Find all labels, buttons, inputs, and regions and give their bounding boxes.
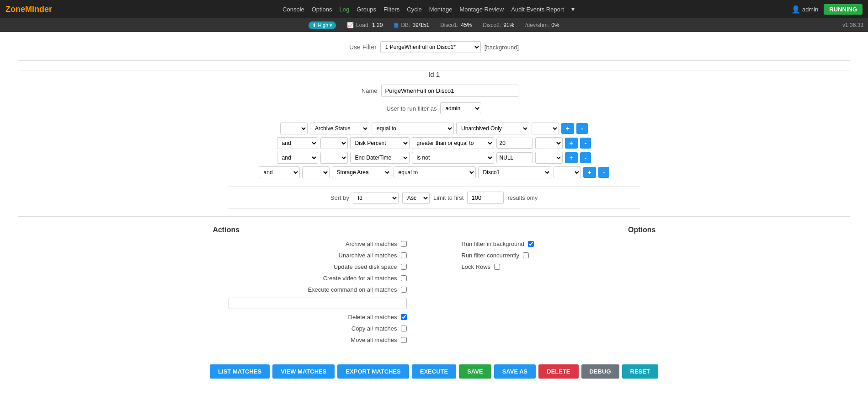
nav-log[interactable]: Log bbox=[340, 6, 350, 13]
account-icon: 👤 bbox=[791, 5, 800, 14]
save-as-button[interactable]: SAVE AS bbox=[494, 364, 536, 379]
cond1-value-select[interactable]: Unarchived Only bbox=[456, 123, 529, 134]
name-row: Name bbox=[229, 85, 640, 97]
cond2-value-input[interactable] bbox=[496, 138, 533, 149]
cond1-op[interactable]: equal to bbox=[372, 123, 454, 134]
cond2-op[interactable]: greater than or equal to bbox=[412, 137, 494, 149]
use-filter-row: Use Filter 1 PurgeWhenFull on Disco1* [b… bbox=[18, 41, 850, 61]
update-disk-label: Update used disk space bbox=[334, 263, 397, 270]
admin-user[interactable]: 👤 admin bbox=[791, 5, 818, 14]
archive-row: Archive all matches bbox=[18, 240, 434, 247]
topnav: ZoneMinder Console Options Log Groups Fi… bbox=[0, 0, 868, 18]
cond3-add-button[interactable]: + bbox=[565, 152, 578, 163]
bottom-buttons: LIST MATCHES VIEW MATCHES EXPORT MATCHES… bbox=[18, 357, 850, 386]
nav-more-icon[interactable]: ▾ bbox=[571, 5, 575, 13]
cond3-value-input[interactable] bbox=[496, 152, 533, 163]
running-badge: RUNNING bbox=[824, 4, 863, 15]
sort-dir-select[interactable]: Asc bbox=[402, 192, 430, 204]
cond4-field[interactable]: Storage Area bbox=[332, 166, 391, 178]
delete-checkbox[interactable] bbox=[401, 314, 407, 320]
cond3-paren-open[interactable] bbox=[320, 152, 348, 164]
sort-by-label: Sort by bbox=[330, 194, 349, 201]
debug-button[interactable]: DEBUG bbox=[581, 364, 619, 379]
cond2-and[interactable]: and or bbox=[277, 137, 318, 149]
cond1-add-button[interactable]: + bbox=[561, 123, 574, 134]
condition-row-2: and or Disk Percent greater than or equa… bbox=[229, 137, 640, 149]
nav-cycle[interactable]: Cycle bbox=[407, 6, 422, 13]
delete-row: Delete all matches bbox=[18, 314, 434, 321]
cond1-paren-open[interactable] bbox=[280, 123, 308, 134]
condition-row-3: and or End Date/Time is not + - bbox=[229, 152, 640, 164]
cond4-paren-close[interactable] bbox=[554, 166, 581, 178]
archive-checkbox[interactable] bbox=[401, 241, 407, 247]
bg-filter-row: Run filter in background bbox=[434, 240, 850, 247]
cond3-op[interactable]: is not bbox=[412, 152, 494, 164]
cond2-remove-button[interactable]: - bbox=[580, 138, 591, 149]
filter-select[interactable]: 1 PurgeWhenFull on Disco1* bbox=[380, 41, 481, 53]
nav-montage[interactable]: Montage bbox=[429, 6, 453, 13]
update-disk-checkbox[interactable] bbox=[401, 264, 407, 270]
delete-button[interactable]: DELETE bbox=[538, 364, 578, 379]
divider-mid bbox=[18, 216, 850, 217]
signal-icon: ⬆ bbox=[312, 22, 316, 28]
nav-filters[interactable]: Filters bbox=[383, 6, 399, 13]
export-matches-button[interactable]: EXPORT MATCHES bbox=[337, 364, 409, 379]
execute-cmd-label: Execute command on all matches bbox=[308, 286, 397, 293]
load-icon: 📈 bbox=[347, 22, 354, 28]
execute-cmd-checkbox[interactable] bbox=[401, 287, 407, 293]
limit-input[interactable] bbox=[467, 192, 504, 204]
create-video-label: Create video for all matches bbox=[323, 275, 397, 282]
disco1-status: Disco1: 45% bbox=[440, 22, 472, 28]
nav-console[interactable]: Console bbox=[282, 6, 304, 13]
nav-links: Console Options Log Groups Filters Cycle… bbox=[66, 5, 791, 13]
name-input[interactable] bbox=[381, 85, 518, 97]
cond4-value-select[interactable]: Disco1 bbox=[478, 166, 551, 178]
cond1-paren-close[interactable] bbox=[532, 123, 559, 134]
options-section: Options Run filter in background Run fil… bbox=[434, 226, 850, 348]
cond4-op[interactable]: equal to bbox=[394, 166, 476, 178]
cond4-add-button[interactable]: + bbox=[583, 167, 596, 178]
load-status: 📈 Load: 1.20 bbox=[347, 22, 383, 28]
cond3-and[interactable]: and or bbox=[277, 152, 318, 164]
delete-label: Delete all matches bbox=[348, 314, 397, 321]
cond3-field[interactable]: End Date/Time bbox=[350, 152, 410, 164]
move-checkbox[interactable] bbox=[401, 337, 407, 343]
lock-rows-checkbox[interactable] bbox=[494, 264, 500, 270]
cond1-remove-button[interactable]: - bbox=[576, 123, 588, 134]
cond4-remove-button[interactable]: - bbox=[598, 167, 610, 178]
nav-groups[interactable]: Groups bbox=[357, 6, 376, 13]
nav-montage-review[interactable]: Montage Review bbox=[459, 6, 504, 13]
sort-field-select[interactable]: Id bbox=[353, 192, 399, 204]
create-video-row: Create video for all matches bbox=[18, 275, 434, 282]
cond4-paren-open[interactable] bbox=[302, 166, 330, 178]
cond2-add-button[interactable]: + bbox=[565, 138, 578, 149]
reset-button[interactable]: RESET bbox=[622, 364, 658, 379]
db-icon: ▦ bbox=[394, 22, 399, 28]
nav-audit-events[interactable]: Audit Events Report bbox=[511, 6, 564, 13]
cond2-field[interactable]: Disk Percent bbox=[350, 137, 410, 149]
brand: ZoneMinder bbox=[5, 5, 52, 14]
options-title: Options bbox=[434, 226, 850, 234]
execute-cmd-input[interactable] bbox=[229, 298, 407, 309]
cond3-paren-close[interactable] bbox=[535, 152, 563, 164]
create-video-checkbox[interactable] bbox=[401, 275, 407, 281]
view-matches-button[interactable]: VIEW MATCHES bbox=[272, 364, 335, 379]
unarchive-label: Unarchive all matches bbox=[339, 252, 397, 259]
bg-filter-checkbox[interactable] bbox=[528, 241, 534, 247]
cond3-remove-button[interactable]: - bbox=[580, 152, 591, 163]
concurrent-checkbox[interactable] bbox=[523, 252, 529, 258]
limit-label: Limit to first bbox=[433, 194, 463, 201]
save-button[interactable]: SAVE bbox=[459, 364, 491, 379]
cond2-paren-open[interactable] bbox=[320, 137, 348, 149]
unarchive-checkbox[interactable] bbox=[401, 252, 407, 258]
execute-button[interactable]: EXECUTE bbox=[412, 364, 456, 379]
form-section: Id 1 Name User to run filter as admin Ar… bbox=[229, 70, 640, 209]
list-matches-button[interactable]: LIST MATCHES bbox=[210, 364, 270, 379]
nav-options[interactable]: Options bbox=[312, 6, 332, 13]
cond2-paren-close[interactable] bbox=[535, 137, 563, 149]
copy-checkbox[interactable] bbox=[401, 326, 407, 331]
high-badge[interactable]: ⬆ High ▾ bbox=[309, 21, 336, 29]
user-select[interactable]: admin bbox=[440, 102, 481, 114]
cond1-field[interactable]: Archive Status bbox=[310, 123, 369, 134]
cond4-and[interactable]: and or bbox=[259, 166, 300, 178]
